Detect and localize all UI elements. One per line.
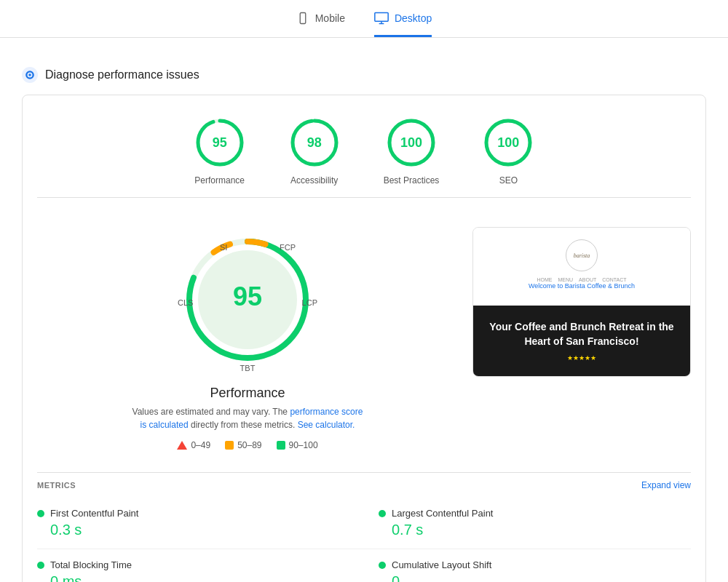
legend-average-icon — [225, 441, 234, 450]
top-nav: Mobile Desktop — [0, 0, 728, 38]
svg-rect-2 — [375, 13, 388, 22]
expand-view-button[interactable]: Expand view — [641, 480, 691, 490]
metric-lcp-dot — [379, 510, 386, 517]
scores-card: 95 Performance 98 Accessibility — [22, 95, 706, 582]
gauge-note-part1: Values are estimated and may vary. The — [132, 407, 288, 417]
desktop-icon — [374, 12, 389, 25]
tab-mobile[interactable]: Mobile — [296, 12, 345, 37]
metric-tbt-name: Total Blocking Time — [50, 559, 132, 570]
svg-rect-0 — [300, 13, 306, 24]
gauge-link-calculator[interactable]: See calculator. — [298, 420, 355, 430]
score-best-practices-label: Best Practices — [384, 175, 440, 186]
preview-headline: Your Coffee and Brunch Retreat in the He… — [485, 320, 678, 348]
preview-dark-bg: Your Coffee and Brunch Retreat in the He… — [473, 306, 690, 376]
performance-title: Performance — [210, 386, 285, 401]
metric-tbt-dot — [37, 562, 44, 569]
metric-tbt: Total Blocking Time 0 ms — [37, 549, 364, 582]
tab-desktop-label: Desktop — [395, 12, 432, 24]
legend-good: 90–100 — [277, 440, 318, 450]
score-performance-label: Performance — [194, 175, 245, 186]
metric-fcp-dot — [37, 510, 44, 517]
performance-area: 95 SI FCP CLS LCP TBT Performance Values… — [37, 205, 691, 465]
gauge-container: 95 SI FCP CLS LCP TBT Performance Values… — [37, 220, 458, 450]
gauge-label-lcp: LCP — [302, 298, 317, 307]
metric-fcp-value: 0.3 s — [50, 522, 364, 538]
score-accessibility-value: 98 — [307, 135, 322, 151]
score-best-practices: 100 Best Practices — [384, 117, 440, 186]
preview-subtext: ★★★★★ — [485, 354, 678, 362]
gauge-label-cls: CLS — [178, 298, 193, 307]
score-seo: 100 SEO — [483, 117, 534, 186]
metric-tbt-value: 0 ms — [50, 573, 364, 582]
score-performance-value: 95 — [213, 135, 227, 151]
score-best-practices-value: 100 — [400, 135, 422, 151]
barista-nav: HOME MENU ABOUT CONTACT — [537, 277, 626, 282]
metric-fcp: First Contentful Paint 0.3 s — [37, 498, 364, 549]
tab-desktop[interactable]: Desktop — [374, 12, 432, 37]
legend-average-range: 50–89 — [237, 440, 261, 450]
legend-bad-range: 0–49 — [191, 440, 210, 450]
diagnose-section: Diagnose performance issues — [22, 67, 706, 83]
metric-lcp-value: 0.7 s — [392, 522, 691, 538]
metric-cls-value: 0 — [392, 573, 691, 582]
legend-average: 50–89 — [225, 440, 261, 450]
diagnose-icon — [22, 67, 38, 83]
score-performance: 95 Performance — [194, 117, 245, 186]
legend-row: 0–49 50–89 90–100 — [177, 440, 317, 450]
gauge-note-part2: directly from these metrics. — [191, 420, 295, 430]
preview-card: barista HOME MENU ABOUT CONTACT Welcome … — [472, 227, 691, 377]
metric-cls-name: Cumulative Layout Shift — [392, 559, 491, 570]
tab-mobile-label: Mobile — [315, 12, 345, 24]
legend-bad: 0–49 — [177, 440, 210, 450]
metric-cls-dot — [379, 562, 386, 569]
scores-row: 95 Performance 98 Accessibility — [37, 117, 691, 186]
score-seo-label: SEO — [499, 175, 518, 186]
score-accessibility-label: Accessibility — [290, 175, 338, 186]
legend-bad-icon — [177, 441, 187, 450]
metric-lcp: Largest Contentful Paint 0.7 s — [364, 498, 691, 549]
mobile-icon — [296, 12, 309, 25]
score-accessibility: 98 Accessibility — [289, 117, 340, 186]
barista-logo-circle: barista — [566, 239, 598, 271]
gauge-label-si: SI — [220, 243, 227, 252]
diagnose-title: Diagnose performance issues — [45, 68, 199, 81]
legend-good-range: 90–100 — [289, 440, 318, 450]
metrics-header: METRICS Expand view — [37, 472, 691, 498]
metrics-section: METRICS Expand view First Contentful Pai… — [37, 472, 691, 582]
preview-white-bg: barista HOME MENU ABOUT CONTACT Welcome … — [473, 228, 690, 306]
metrics-label: METRICS — [37, 481, 76, 490]
legend-good-icon — [277, 441, 285, 450]
metric-cls: Cumulative Layout Shift 0 — [364, 549, 691, 582]
barista-logo-area: barista HOME MENU ABOUT CONTACT — [485, 239, 678, 282]
svg-text:95: 95 — [233, 282, 262, 311]
svg-point-7 — [28, 73, 31, 76]
metric-fcp-name: First Contentful Paint — [50, 508, 138, 519]
metric-lcp-name: Largest Contentful Paint — [392, 508, 493, 519]
preview-welcome: Welcome to Barista Coffee & Brunch — [485, 282, 678, 290]
score-seo-value: 100 — [497, 135, 519, 151]
gauge-label-fcp: FCP — [280, 243, 296, 252]
performance-note: Values are estimated and may vary. The p… — [131, 405, 364, 431]
metrics-grid: First Contentful Paint 0.3 s Largest Con… — [37, 498, 691, 582]
gauge-label-tbt: TBT — [240, 364, 256, 372]
